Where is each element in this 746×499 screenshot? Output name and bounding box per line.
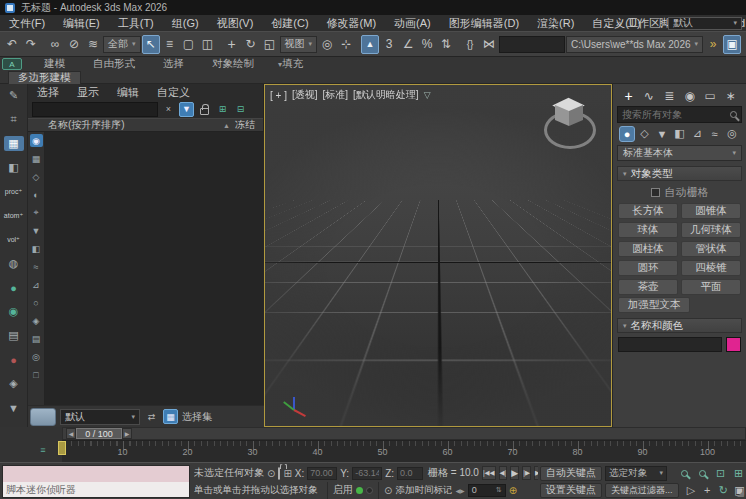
zoom-all-icon[interactable] [695,466,710,480]
time-slider[interactable]: ◀ 0 / 100 ▶ [62,427,746,440]
swap-icon[interactable]: ⇄ [144,409,159,424]
isolate-selection-icon[interactable]: ⊙ [267,468,275,479]
menu-item[interactable]: 编辑(E) [54,15,109,31]
zoom-extents-all-icon[interactable]: ⊞ [731,466,746,480]
left-dock-icon[interactable]: ✎ [4,88,24,103]
name-and-color-rollout-header[interactable]: ▾ 名称和颜色 [617,318,742,333]
selection-lock-icon[interactable] [278,468,280,479]
unlink-icon[interactable]: ⊘ [65,35,83,54]
ribbon-tab[interactable]: 自由形式 [79,57,149,71]
primitive-button-text-plus[interactable]: 加强型文本 [618,297,690,313]
menu-item[interactable]: 工具(T) [109,15,163,31]
explorer-filter-icon[interactable]: ▼ [30,224,43,237]
create-category-icon[interactable]: ● [619,126,635,142]
left-dock-icon[interactable]: ▦ [4,136,24,151]
menu-item[interactable]: 动画(A) [385,15,440,31]
use-pivot-center-button[interactable]: ◎ [318,35,336,54]
window-crossing-button[interactable]: ◫ [199,35,217,54]
explorer-filter-icon[interactable]: ▦ [30,152,43,165]
angle-snap-button[interactable]: ∠ [399,35,417,54]
left-dock-icon[interactable]: ● [4,352,24,367]
previous-frame-button[interactable]: ◀| [499,466,508,480]
selection-filter-dropdown[interactable]: 全部 ▾ [103,36,141,53]
explorer-filter-icon[interactable]: □ [30,368,43,381]
primitive-button[interactable]: 圆环 [618,260,678,276]
expand-list-icon[interactable]: ⊞ [215,102,230,117]
go-to-start-button[interactable]: |◀◀ [482,466,496,480]
z-coordinate-field[interactable] [397,467,423,480]
left-dock-icon[interactable]: vol⁺ [4,232,24,247]
explorer-filter-icon[interactable]: ◧ [30,242,43,255]
explorer-object-list[interactable] [45,132,264,405]
primitive-button[interactable]: 四棱锥 [681,260,741,276]
left-dock-icon[interactable]: ◍ [4,256,24,271]
explorer-menu-item[interactable]: 选择 [28,85,68,100]
explorer-filter-icon[interactable]: ≈ [30,260,43,273]
primitive-button[interactable]: 圆锥体 [681,203,741,219]
explorer-menu-item[interactable]: 显示 [68,85,108,100]
cached-playback-label[interactable]: 启用 [333,483,353,497]
menu-item[interactable]: 渲染(R) [528,15,583,31]
scale-button[interactable]: ◱ [261,35,279,54]
object-type-rollout-header[interactable]: ▾ 对象类型 [617,166,742,181]
ribbon-corner-icon[interactable]: A [2,58,22,70]
menu-item[interactable]: 图形编辑器(D) [440,15,528,31]
clear-search-icon[interactable]: × [161,102,176,117]
auto-key-button[interactable]: 自动关键点 [540,466,602,481]
primitive-button[interactable]: 球体 [618,222,678,238]
zoom-extents-icon[interactable]: ⊡ [713,466,728,480]
object-color-swatch[interactable] [726,337,741,352]
menu-item[interactable]: 创建(C) [262,15,317,31]
primitive-category-dropdown[interactable]: 标准基本体 ▾ [617,145,742,161]
percent-snap-button[interactable]: % [418,35,436,54]
hierarchy-tab-icon[interactable]: ≣ [661,88,678,104]
named-selection-set-input[interactable] [499,36,565,53]
next-frame-button[interactable]: |▶ [522,466,531,480]
spinner-snap-button[interactable]: ⇅ [437,35,455,54]
left-dock-icon[interactable]: ◧ [4,160,24,175]
left-dock-icon[interactable]: atom⁺ [4,208,24,223]
explorer-filter-icon[interactable]: ⌖ [30,206,43,219]
key-filter-scope-dropdown[interactable]: 选定对象 ▾ [605,466,667,481]
freeze-column-header[interactable]: 冻结 [235,118,255,132]
undo-button[interactable]: ↶ [3,35,21,54]
transform-gizmo-icon[interactable]: ⊞ [283,468,291,479]
perspective-viewport[interactable]: [ + ] [透视] [标准] [默认明暗处理] ▽ [264,84,612,427]
explorer-menu-item[interactable]: 编辑 [108,85,148,100]
move-button[interactable]: + [223,35,241,54]
previous-frame-icon[interactable]: ◀ [66,428,76,439]
per-view-filter-icon[interactable]: ▽ [424,90,431,100]
zoom-icon[interactable] [677,466,692,480]
snap-toggle-button[interactable]: ▲ [361,35,379,54]
x-coordinate-field[interactable] [307,467,337,480]
add-time-tag-button[interactable]: 添加时间标记 [395,484,452,497]
toolbar-overflow-icon[interactable]: » [742,35,746,54]
orbit-icon[interactable]: ↻ [717,483,730,497]
go-to-end-button[interactable]: ▶▶| [534,466,538,480]
render-setup-button[interactable]: ▣ [723,35,741,54]
create-tab-icon[interactable]: + [620,88,637,104]
explorer-column-header[interactable]: 名称(按升序排序) ▲ 冻结 [28,118,263,132]
create-category-icon[interactable]: ◇ [637,126,653,142]
mirror-button[interactable]: ⋈ [480,35,498,54]
primitive-button[interactable]: 管状体 [681,241,741,257]
workspace-dropdown[interactable]: 默认 ▾ [668,17,742,30]
ribbon-tab[interactable]: 对象绘制 [198,57,268,71]
name-column-header[interactable]: 名称(按升序排序) [48,118,125,132]
create-category-icon[interactable]: ⊿ [689,126,705,142]
macro-recorder-pane[interactable] [3,466,189,482]
explorer-filter-icon[interactable]: ◉ [30,134,43,147]
ribbon-tab[interactable]: 选择 [149,57,198,71]
time-slider-handle[interactable]: ◀ 0 / 100 ▶ [66,428,132,439]
ribbon-tab[interactable]: 填充 [268,57,317,71]
left-dock-icon[interactable]: ◉ [4,304,24,319]
viewport-renderer-label[interactable]: [标准] [323,88,349,102]
filter-icon[interactable]: ▼ [179,102,194,117]
explorer-filter-icon[interactable]: ⊿ [30,278,43,291]
collapse-list-icon[interactable]: ⊟ [233,102,248,117]
create-category-icon[interactable]: ▼ [654,126,670,142]
next-frame-icon[interactable]: ▶ [122,428,132,439]
search-all-objects-input[interactable] [622,109,726,120]
select-manipulate-button[interactable]: ⊹ [337,35,355,54]
utilities-tab-icon[interactable]: ∗ [722,88,739,104]
